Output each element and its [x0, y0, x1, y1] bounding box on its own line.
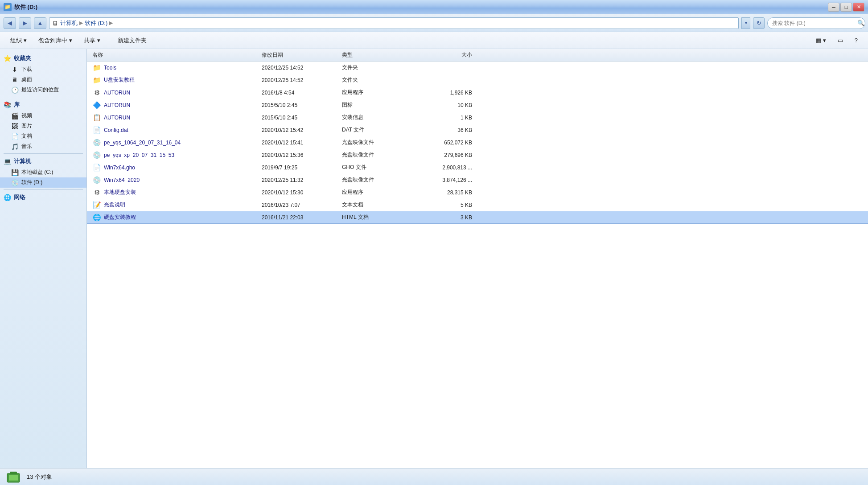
address-dropdown[interactable]: ▾ [741, 17, 750, 29]
library-button[interactable]: 包含到库中 ▾ [33, 34, 77, 47]
file-name-text: pe_yqs_1064_20_07_31_16_04 [104, 140, 181, 146]
table-row[interactable]: 📄 Win7x64.gho 2019/9/7 19:25 GHO 文件 2,90… [87, 161, 868, 174]
refresh-button[interactable]: ↻ [753, 17, 765, 29]
path-segment-drive[interactable]: 软件 (D:) [85, 19, 107, 27]
sidebar-item-documents[interactable]: 📄 文档 [0, 131, 86, 141]
pictures-icon: 🖼 [11, 123, 19, 130]
view-button[interactable]: ▦ ▾ [811, 35, 831, 46]
toolbar-separator [109, 35, 109, 46]
music-label: 音乐 [21, 143, 32, 150]
sidebar-item-desktop[interactable]: 🖥 桌面 [0, 74, 86, 85]
path-segment-computer[interactable]: 计算机 [60, 19, 78, 27]
file-size-cell: 36 KB [411, 127, 474, 133]
file-date-cell: 2020/10/12 15:42 [260, 127, 340, 133]
table-row[interactable]: 📋 AUTORUN 2015/5/10 2:45 安装信息 1 KB [87, 111, 868, 124]
sidebar: ⭐ 收藏夹 ⬇ 下载 🖥 桌面 🕐 最近访问的位置 📚 库 [0, 49, 87, 468]
file-size-cell: 10 KB [411, 102, 474, 108]
share-label: 共享 [84, 37, 95, 45]
file-size-cell: 279,696 KB [411, 152, 474, 158]
file-name-text: AUTORUN [104, 90, 130, 96]
column-date[interactable]: 修改日期 [260, 51, 340, 59]
column-name[interactable]: 名称 [91, 51, 260, 59]
table-row[interactable]: 💿 Win7x64_2020 2020/12/25 11:32 光盘映像文件 3… [87, 174, 868, 186]
network-icon: 🌐 [4, 194, 11, 201]
file-name-cell: 📄 Config.dat [91, 126, 260, 134]
up-button[interactable]: ▲ [34, 17, 46, 29]
library-label: 库 [14, 101, 20, 109]
file-type-icon: 💿 [92, 139, 101, 147]
view-icon: ▦ [816, 37, 821, 44]
sidebar-item-d-drive[interactable]: 💿 软件 (D:) [0, 177, 86, 188]
close-button[interactable]: ✕ [853, 3, 864, 12]
maximize-button[interactable]: □ [840, 3, 852, 12]
favorites-header[interactable]: ⭐ 收藏夹 [0, 53, 86, 64]
sidebar-item-download[interactable]: ⬇ 下载 [0, 64, 86, 74]
address-path[interactable]: 🖥 计算机 ▶ 软件 (D:) ▶ [49, 17, 739, 29]
file-type-cell: GHO 文件 [340, 164, 411, 171]
table-row[interactable]: 📁 U盘安装教程 2020/12/25 14:52 文件夹 [87, 74, 868, 86]
table-row[interactable]: ⚙ AUTORUN 2016/1/8 4:54 应用程序 1,926 KB [87, 86, 868, 99]
computer-header[interactable]: 💻 计算机 [0, 156, 86, 167]
search-input[interactable] [767, 17, 865, 29]
file-size-cell: 652,072 KB [411, 140, 474, 146]
minimize-button[interactable]: ─ [828, 3, 839, 12]
download-icon: ⬇ [11, 66, 19, 73]
d-drive-icon: 💿 [11, 179, 19, 186]
c-drive-icon: 💾 [11, 169, 19, 176]
window-title: 软件 (D:) [14, 3, 37, 11]
network-header[interactable]: 🌐 网络 [0, 192, 86, 203]
sidebar-item-video[interactable]: 🎬 视频 [0, 111, 86, 121]
file-type-cell: 光盘映像文件 [340, 139, 411, 146]
documents-label: 文档 [21, 132, 32, 140]
file-size-cell: 5 KB [411, 202, 474, 208]
new-folder-button[interactable]: 新建文件夹 [113, 34, 152, 47]
sidebar-item-music[interactable]: 🎵 音乐 [0, 141, 86, 152]
file-type-icon: 💿 [92, 151, 101, 159]
organize-button[interactable]: 组织 ▾ [5, 34, 32, 47]
download-label: 下载 [21, 66, 32, 73]
share-button[interactable]: 共享 ▾ [79, 34, 105, 47]
table-row[interactable]: 🔷 AUTORUN 2015/5/10 2:45 图标 10 KB [87, 99, 868, 111]
statusbar: 13 个对象 [0, 468, 868, 485]
file-date-cell: 2020/12/25 14:52 [260, 77, 340, 83]
table-row[interactable]: 📄 Config.dat 2020/10/12 15:42 DAT 文件 36 … [87, 124, 868, 136]
file-type-cell: 应用程序 [340, 89, 411, 96]
preview-icon: ▭ [838, 37, 843, 44]
forward-button[interactable]: ▶ [19, 17, 31, 29]
file-name-cell: ⚙ 本地硬盘安装 [91, 189, 260, 197]
file-type-cell: 图标 [340, 101, 411, 109]
table-row[interactable]: 📝 光盘说明 2016/10/23 7:07 文本文档 5 KB [87, 199, 868, 211]
toolbar-right: ▦ ▾ ▭ ? [811, 35, 863, 46]
desktop-label: 桌面 [21, 76, 32, 83]
file-date-cell: 2020/10/12 15:36 [260, 152, 340, 158]
column-size[interactable]: 大小 [411, 51, 474, 59]
recent-icon: 🕐 [11, 86, 19, 94]
search-icon[interactable]: 🔍 [857, 20, 864, 26]
table-row[interactable]: 📁 Tools 2020/12/25 14:52 文件夹 [87, 62, 868, 74]
table-row[interactable]: ⚙ 本地硬盘安装 2020/10/12 15:30 应用程序 28,315 KB [87, 186, 868, 199]
library-header[interactable]: 📚 库 [0, 99, 86, 111]
preview-button[interactable]: ▭ [833, 35, 848, 46]
file-name-cell: 🔷 AUTORUN [91, 101, 260, 109]
organize-label: 组织 [10, 37, 22, 45]
file-name-cell: 💿 pe_yqs_1064_20_07_31_16_04 [91, 139, 260, 147]
table-row[interactable]: 💿 pe_yqs_xp_20_07_31_15_53 2020/10/12 15… [87, 149, 868, 161]
sidebar-item-c-drive[interactable]: 💾 本地磁盘 (C:) [0, 167, 86, 177]
sidebar-item-recent[interactable]: 🕐 最近访问的位置 [0, 85, 86, 95]
table-row[interactable]: 💿 pe_yqs_1064_20_07_31_16_04 2020/10/12 … [87, 136, 868, 149]
favorites-label: 收藏夹 [14, 54, 31, 62]
back-button[interactable]: ◀ [4, 17, 16, 29]
column-type[interactable]: 类型 [340, 51, 411, 59]
file-name-cell: 📁 U盘安装教程 [91, 76, 260, 84]
table-row[interactable]: 🌐 硬盘安装教程 2016/11/21 22:03 HTML 文档 3 KB [87, 211, 868, 224]
library-label: 包含到库中 [38, 37, 67, 45]
toolbar: 组织 ▾ 包含到库中 ▾ 共享 ▾ 新建文件夹 ▦ ▾ ▭ ? [0, 32, 868, 49]
file-name-cell: ⚙ AUTORUN [91, 89, 260, 97]
file-date-cell: 2019/9/7 19:25 [260, 164, 340, 171]
help-button[interactable]: ? [850, 35, 863, 46]
sidebar-section-library: 📚 库 🎬 视频 🖼 图片 📄 文档 🎵 音乐 [0, 99, 86, 152]
file-size-cell: 28,315 KB [411, 189, 474, 196]
file-type-cell: 文件夹 [340, 64, 411, 71]
sidebar-item-pictures[interactable]: 🖼 图片 [0, 121, 86, 131]
computer-icon: 💻 [4, 158, 11, 165]
